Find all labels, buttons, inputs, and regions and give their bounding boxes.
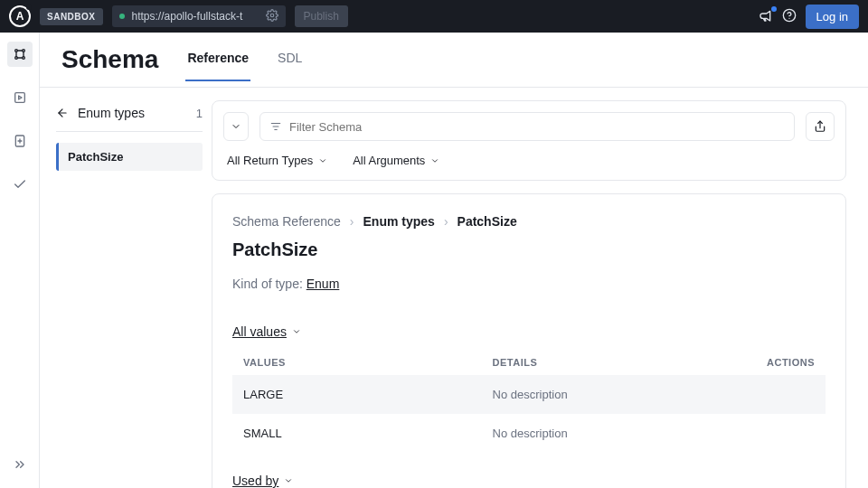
kind-of-type: Kind of type: Enum xyxy=(232,277,826,291)
col-values: VALUES xyxy=(232,350,482,375)
apollo-logo[interactable]: A xyxy=(9,5,31,27)
breadcrumb-l2: PatchSize xyxy=(458,214,517,229)
detail-column: All Return Types All Arguments Schema Re… xyxy=(212,88,868,488)
rail-diff-icon[interactable] xyxy=(7,128,33,154)
filter-card: All Return Types All Arguments xyxy=(212,100,846,181)
breadcrumb: Schema Reference › Enum types › PatchSiz… xyxy=(232,214,826,229)
col-actions: ACTIONS xyxy=(737,350,826,375)
megaphone-icon[interactable] xyxy=(759,8,773,25)
type-detail-card: Schema Reference › Enum types › PatchSiz… xyxy=(212,193,846,488)
svg-marker-12 xyxy=(18,96,21,99)
rail-expand-icon[interactable] xyxy=(7,452,33,477)
rail-schema-icon[interactable] xyxy=(7,42,33,67)
arrow-left-icon xyxy=(56,107,69,119)
enum-list-item[interactable]: PatchSize xyxy=(56,143,203,171)
type-list-panel: Enum types 1 PatchSize xyxy=(40,88,212,488)
share-button[interactable] xyxy=(806,112,835,141)
gear-icon[interactable] xyxy=(266,9,278,24)
login-button[interactable]: Log in xyxy=(806,5,859,29)
filter-input[interactable] xyxy=(289,120,785,134)
svg-point-0 xyxy=(270,14,274,17)
tab-bar: Reference SDL xyxy=(185,51,304,81)
page-title: Schema xyxy=(61,45,158,87)
enum-section-label: Enum types xyxy=(78,106,145,120)
top-bar: A SANDBOX https://apollo-fullstack-t Pub… xyxy=(0,0,868,33)
sandbox-tag: SANDBOX xyxy=(40,8,103,25)
tab-reference[interactable]: Reference xyxy=(185,51,250,81)
detail-cell: No description xyxy=(482,414,737,453)
status-dot-icon xyxy=(119,14,125,19)
chevron-down-icon xyxy=(318,156,327,165)
breadcrumb-l1[interactable]: Enum types xyxy=(363,214,435,229)
chevron-down-icon xyxy=(284,476,293,485)
values-table: VALUES DETAILS ACTIONS LARGE No descript… xyxy=(232,350,826,453)
chevron-down-icon xyxy=(231,121,241,132)
detail-cell: No description xyxy=(482,375,737,414)
breadcrumb-root[interactable]: Schema Reference xyxy=(232,214,341,229)
expand-filter-button[interactable] xyxy=(223,112,249,141)
endpoint-url-text: https://apollo-fullstack-t xyxy=(132,10,259,23)
help-icon[interactable] xyxy=(782,8,797,25)
return-types-dropdown[interactable]: All Return Types xyxy=(227,154,327,167)
arguments-dropdown[interactable]: All Arguments xyxy=(353,154,439,167)
table-row: LARGE No description xyxy=(232,375,826,414)
enum-count: 1 xyxy=(196,107,203,120)
rail-checks-icon[interactable] xyxy=(7,172,33,197)
values-dropdown[interactable]: All values xyxy=(232,324,301,339)
endpoint-url-field[interactable]: https://apollo-fullstack-t xyxy=(112,5,286,27)
svg-rect-11 xyxy=(14,93,24,103)
value-cell: LARGE xyxy=(232,375,482,414)
filter-search-box[interactable] xyxy=(259,112,795,141)
chevron-right-icon: › xyxy=(444,214,448,229)
filter-icon xyxy=(269,120,282,133)
usedby-dropdown[interactable]: Used by xyxy=(232,474,293,488)
side-rail xyxy=(0,33,40,488)
share-icon xyxy=(814,120,826,133)
rail-explorer-icon[interactable] xyxy=(7,85,33,110)
chevron-down-icon xyxy=(292,327,301,336)
col-details: DETAILS xyxy=(482,350,737,375)
enum-kind-link[interactable]: Enum xyxy=(307,277,340,291)
value-cell: SMALL xyxy=(232,414,482,453)
enum-section-header[interactable]: Enum types 1 xyxy=(56,106,203,132)
chevron-right-icon: › xyxy=(350,214,354,229)
publish-button[interactable]: Publish xyxy=(295,5,348,27)
tab-sdl[interactable]: SDL xyxy=(276,51,304,81)
type-title: PatchSize xyxy=(232,239,826,260)
chevron-down-icon xyxy=(430,156,439,165)
notification-dot-icon xyxy=(771,6,777,12)
page-header: Schema Reference SDL xyxy=(40,33,868,88)
table-row: SMALL No description xyxy=(232,414,826,453)
